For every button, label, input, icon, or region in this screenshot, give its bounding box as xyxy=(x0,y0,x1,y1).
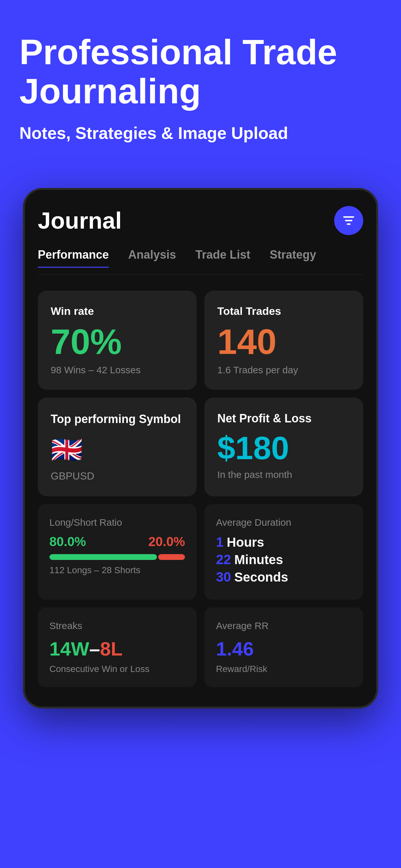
long-short-label: Long/Short Ratio xyxy=(50,517,185,528)
bottom-stats-grid: Long/Short Ratio 80.0% 20.0% 112 Longs –… xyxy=(38,504,363,687)
hero-subtitle: Notes, Strategies & Image Upload xyxy=(19,123,382,143)
duration-seconds-row: 30 Seconds xyxy=(216,569,351,585)
filter-icon xyxy=(342,213,356,228)
long-pct: 80.0% xyxy=(50,534,86,549)
tab-strategy[interactable]: Strategy xyxy=(270,248,316,268)
phone-inner: Journal Performance Analysis Trade List … xyxy=(25,190,376,707)
streak-wins: 14W xyxy=(50,638,89,660)
net-pnl-label: Net Profit & Loss xyxy=(217,412,350,425)
hero-title: Professional Trade Journaling xyxy=(19,32,382,111)
net-pnl-value: $180 xyxy=(217,432,350,464)
tab-performance[interactable]: Performance xyxy=(38,248,109,268)
duration-minutes-unit: Minutes xyxy=(235,553,283,567)
top-stats-grid: Win rate 70% 98 Wins – 42 Losses Total T… xyxy=(38,290,363,390)
net-pnl-desc: In the past month xyxy=(217,469,350,480)
hero-section: Professional Trade Journaling Notes, Str… xyxy=(0,0,401,188)
short-bar xyxy=(158,554,185,560)
rr-desc: Reward/Risk xyxy=(216,664,351,674)
win-rate-card: Win rate 70% 98 Wins – 42 Losses xyxy=(38,290,197,390)
streaks-label: Streaks xyxy=(50,620,185,631)
streak-losses: 8L xyxy=(100,638,123,660)
flag-emoji: 🇬🇧 xyxy=(51,435,184,465)
avg-rr-card: Average RR 1.46 Reward/Risk xyxy=(204,608,363,687)
total-trades-card: Total Trades 140 1.6 Trades per day xyxy=(204,290,363,390)
top-symbol-card: Top performing Symbol 🇬🇧 GBPUSD xyxy=(38,398,197,496)
second-row-grid: Top performing Symbol 🇬🇧 GBPUSD Net Prof… xyxy=(38,398,363,496)
total-trades-desc: 1.6 Trades per day xyxy=(217,365,350,376)
streaks-card: Streaks 14W–8L Consecutive Win or Loss xyxy=(38,608,197,687)
streak-dash: – xyxy=(89,638,100,660)
streaks-desc: Consecutive Win or Loss xyxy=(50,664,185,674)
win-rate-desc: 98 Wins – 42 Losses xyxy=(51,365,184,376)
phone-container: Journal Performance Analysis Trade List … xyxy=(0,188,401,734)
tab-bar: Performance Analysis Trade List Strategy xyxy=(38,248,363,275)
ratio-bar xyxy=(50,554,185,560)
long-bar xyxy=(50,554,157,560)
long-short-desc: 112 Longs – 28 Shorts xyxy=(50,565,185,576)
rr-value: 1.46 xyxy=(216,638,351,660)
total-trades-value: 140 xyxy=(217,324,350,360)
total-trades-label: Total Trades xyxy=(217,305,350,317)
journal-app-title: Journal xyxy=(38,207,122,234)
duration-seconds-unit: Seconds xyxy=(235,570,288,585)
win-rate-value: 70% xyxy=(51,324,184,360)
symbol-name: GBPUSD xyxy=(51,470,184,482)
duration-hours-row: 1 Hours xyxy=(216,534,351,550)
phone-mockup: Journal Performance Analysis Trade List … xyxy=(23,188,378,709)
avg-duration-label: Average Duration xyxy=(216,517,351,528)
short-pct: 20.0% xyxy=(149,534,185,549)
net-pnl-card: Net Profit & Loss $180 In the past month xyxy=(204,398,363,496)
journal-header: Journal xyxy=(38,206,363,235)
ratio-row: 80.0% 20.0% xyxy=(50,534,185,549)
avg-rr-label: Average RR xyxy=(216,620,351,631)
filter-button[interactable] xyxy=(334,206,363,235)
long-short-card: Long/Short Ratio 80.0% 20.0% 112 Longs –… xyxy=(38,504,197,600)
duration-hours: 1 xyxy=(216,534,223,550)
duration-minutes-row: 22 Minutes xyxy=(216,552,351,567)
top-symbol-label: Top performing Symbol xyxy=(51,412,184,427)
duration-hours-unit: Hours xyxy=(227,535,264,550)
tab-analysis[interactable]: Analysis xyxy=(128,248,176,268)
duration-minutes: 22 xyxy=(216,552,231,567)
streaks-value: 14W–8L xyxy=(50,638,185,660)
duration-seconds: 30 xyxy=(216,569,231,585)
win-rate-label: Win rate xyxy=(51,305,184,317)
tab-trade-list[interactable]: Trade List xyxy=(195,248,250,268)
avg-duration-card: Average Duration 1 Hours 22 Minutes 30 S… xyxy=(204,504,363,600)
